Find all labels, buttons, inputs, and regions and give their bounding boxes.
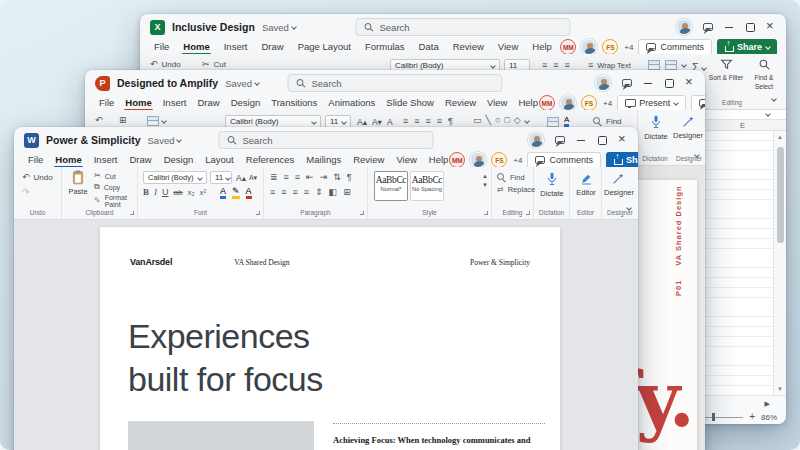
comments-button[interactable]: Comments	[527, 152, 601, 169]
redo-button[interactable]: ↷	[22, 188, 30, 197]
excel-tab-view[interactable]: View	[497, 41, 519, 54]
excel-tab-formulas[interactable]: Formulas	[364, 41, 406, 54]
presence-avatar-photo[interactable]	[581, 39, 597, 55]
excel-vertical-scrollbar[interactable]: ▲ ▼	[773, 131, 786, 395]
presence-avatar-fs[interactable]: FS	[491, 152, 507, 168]
excel-tab-home[interactable]: Home	[182, 41, 210, 54]
ppt-paste-button[interactable]: ⊞	[119, 116, 127, 125]
excel-clipboard-group[interactable]: ✂Cut	[202, 60, 226, 69]
presence-avatar-mm[interactable]: MM	[539, 95, 555, 111]
excel-tab-help[interactable]: Help	[531, 41, 553, 54]
word-tab-insert[interactable]: Insert	[93, 154, 119, 167]
minimize-icon[interactable]	[576, 135, 586, 145]
ribbon-collapse-icon[interactable]	[771, 96, 777, 102]
share-button[interactable]: Share	[606, 152, 638, 169]
dictate-button[interactable]: Dictate	[537, 171, 567, 198]
ppt-tab-file[interactable]: File	[98, 97, 115, 110]
cut-button[interactable]: ✂Cut	[94, 172, 116, 180]
scroll-up-icon[interactable]: ▲	[777, 134, 783, 140]
close-icon[interactable]	[618, 135, 628, 145]
excel-undo-button[interactable]: ↶Undo	[150, 60, 181, 69]
ppt-find-button[interactable]: Find	[593, 117, 622, 126]
ppt-tab-home[interactable]: Home	[124, 97, 152, 110]
ppt-tab-help[interactable]: Help	[517, 97, 539, 110]
presence-overflow[interactable]: +4	[624, 43, 633, 52]
zoom-in-icon[interactable]: +	[749, 412, 755, 422]
word-app-icon[interactable]: W	[24, 133, 39, 148]
presence-avatar-mm[interactable]: MM	[560, 39, 576, 55]
presence-avatar-photo[interactable]	[470, 152, 486, 168]
maximize-icon[interactable]	[745, 22, 755, 32]
style-card-no-spacing[interactable]: AaBbCc No Spacing	[410, 171, 444, 201]
presence-avatar-photo[interactable]	[560, 95, 576, 111]
word-tab-help[interactable]: Help	[428, 154, 450, 167]
word-tab-view[interactable]: View	[395, 154, 417, 167]
maximize-icon[interactable]	[664, 78, 674, 88]
excel-saved-status[interactable]: Saved	[262, 22, 296, 33]
style-gallery-arrows[interactable]: ▲ ▼	[482, 173, 488, 188]
ppt-tab-animations[interactable]: Animations	[327, 97, 376, 110]
excel-tab-draw[interactable]: Draw	[260, 41, 284, 54]
ppt-tab-view[interactable]: View	[486, 97, 508, 110]
word-saved-status[interactable]: Saved	[148, 135, 182, 146]
close-icon[interactable]	[685, 78, 695, 88]
ppt-arrange-buttons[interactable]: A	[547, 116, 569, 127]
maximize-icon[interactable]	[597, 135, 607, 145]
ppt-tab-design[interactable]: Design	[230, 97, 262, 110]
editor-button[interactable]: Editor	[572, 171, 600, 197]
dialog-launcher-icon[interactable]	[484, 211, 488, 215]
designer-button[interactable]: Designer	[604, 171, 632, 197]
image-placeholder[interactable]	[128, 421, 314, 450]
excel-tab-file[interactable]: File	[153, 41, 170, 54]
font-grow-shrink[interactable]: A▴A▾	[236, 173, 257, 183]
ppt-designer-button[interactable]: Designer	[673, 114, 703, 140]
word-tab-references[interactable]: References	[245, 154, 296, 167]
presence-avatar-fs[interactable]: FS	[581, 95, 597, 111]
minimize-icon[interactable]	[643, 78, 653, 88]
user-avatar[interactable]	[528, 132, 544, 148]
excel-app-icon[interactable]: X	[150, 20, 165, 35]
word-tab-mailings[interactable]: Mailings	[305, 154, 342, 167]
scrollbar-thumb[interactable]	[777, 147, 784, 243]
paragraph-list-buttons[interactable]: ≣ ≡ ≡ ⇤ ⇥ ⇅ ¶	[270, 173, 352, 182]
user-avatar[interactable]	[676, 19, 692, 35]
meet-chat-icon[interactable]	[622, 79, 632, 87]
comments-button[interactable]: Comments	[638, 39, 712, 56]
ppt-shapes-gallery[interactable]: ▭╲○□◇	[473, 116, 529, 125]
font-size-select[interactable]: 11	[210, 171, 232, 184]
ppt-tab-slide-show[interactable]: Slide Show	[385, 97, 435, 110]
excel-find-select-button[interactable]: Find & Select	[746, 58, 782, 91]
scroll-down-icon[interactable]: ▼	[777, 386, 783, 392]
excel-search-input[interactable]: Search	[356, 18, 571, 36]
ppt-app-icon[interactable]: P	[95, 76, 110, 91]
word-tab-draw[interactable]: Draw	[128, 154, 152, 167]
ppt-tab-transitions[interactable]: Transitions	[270, 97, 318, 110]
word-search-input[interactable]: Search	[219, 131, 434, 149]
replace-button[interactable]: ⇄Replace	[497, 186, 535, 194]
format-painter-button[interactable]: ✎Format Paint	[94, 194, 137, 208]
excel-alignment-group[interactable]: ≡≡≡	[542, 61, 570, 70]
excel-tab-insert[interactable]: Insert	[223, 41, 249, 54]
dialog-launcher-icon[interactable]	[256, 211, 260, 215]
excel-tab-data[interactable]: Data	[418, 41, 440, 54]
present-button[interactable]: Present	[617, 95, 686, 112]
font-name-select[interactable]: Calibri (Body)	[143, 171, 207, 184]
paste-button[interactable]: Paste	[66, 170, 90, 196]
user-avatar[interactable]	[595, 75, 611, 91]
document-page[interactable]: VanArsdel VA Shared Design Power & Simpl…	[100, 227, 560, 450]
ppt-search-input[interactable]: Search	[288, 74, 503, 92]
close-icon[interactable]	[766, 22, 776, 32]
ppt-dictate-button[interactable]: Dictate	[641, 114, 671, 141]
font-style-buttons[interactable]: B I U ab x₂ x²	[143, 188, 206, 197]
style-card-normal[interactable]: AaBbCc Normal*	[374, 171, 408, 201]
ppt-undo-button[interactable]: ↶	[95, 116, 103, 125]
dialog-launcher-icon[interactable]	[360, 211, 364, 215]
copy-button[interactable]: ⧉Copy	[94, 183, 120, 191]
word-tab-layout[interactable]: Layout	[204, 154, 235, 167]
ppt-tab-review[interactable]: Review	[444, 97, 477, 110]
font-color-buttons[interactable]: A ✎ A	[220, 187, 252, 199]
comments-button[interactable]: Comments	[691, 95, 705, 112]
minimize-icon[interactable]	[724, 22, 734, 32]
meet-chat-icon[interactable]	[703, 23, 713, 31]
ppt-font-buttons[interactable]: A▴A▾A	[357, 117, 393, 127]
